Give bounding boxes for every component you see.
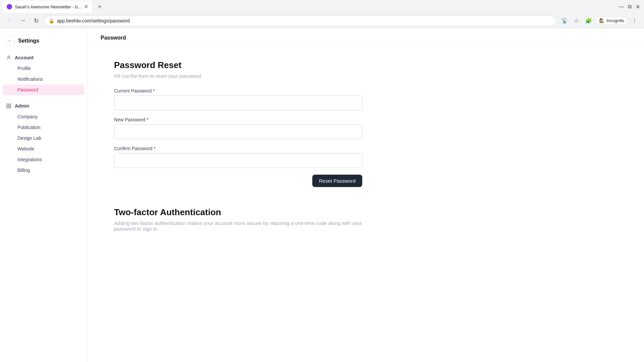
main-header: Password [87, 28, 644, 47]
svg-rect-3 [7, 106, 8, 108]
sidebar-item-profile[interactable]: Profile [3, 63, 84, 74]
admin-icon [5, 103, 12, 109]
back-arrow-icon: ← [8, 38, 12, 44]
reset-password-button-label: Reset Password [319, 178, 356, 184]
reset-button-row: Reset Password [114, 175, 362, 187]
main-body: Password Reset Fill out the form to rese… [87, 47, 389, 265]
bookmark-button[interactable]: ☆ [571, 15, 582, 26]
svg-point-0 [8, 56, 9, 58]
window-maximize-button[interactable]: ⧉ [627, 2, 633, 11]
window-close-button[interactable]: ✕ [634, 2, 641, 11]
sidebar-item-notifications[interactable]: Notifications [3, 74, 84, 84]
two-factor-title: Two-factor Authentication [114, 207, 362, 218]
browser-tab[interactable]: Sarah's Awesome Newsletter - b... ✕ [3, 1, 92, 13]
admin-section-header: Admin [0, 99, 87, 111]
reload-button[interactable]: ↻ [31, 15, 42, 26]
sidebar-item-website[interactable]: Website [3, 143, 84, 154]
incognito-indicator: 🕵️ Incognito [595, 16, 628, 25]
password-reset-subtitle: Fill out the form to reset your password… [114, 73, 362, 79]
reset-password-button[interactable]: Reset Password [312, 175, 362, 187]
svg-rect-4 [9, 106, 11, 108]
sidebar-title: Settings [18, 38, 39, 44]
cast-button[interactable]: 📡 [559, 15, 570, 26]
account-section-label: Account [15, 55, 34, 60]
browser-toolbar: ← → ↻ 🔒 app.beehiiv.com/settings/passwor… [0, 13, 644, 28]
extensions-button[interactable]: 🧩 [583, 15, 594, 26]
sidebar-item-company[interactable]: Company [3, 111, 84, 122]
sidebar-item-design-lab[interactable]: Design Lab [3, 133, 84, 143]
password-reset-title: Password Reset [114, 60, 362, 70]
tab-close-button[interactable]: ✕ [84, 4, 88, 9]
current-password-group: Current Password * [114, 88, 362, 110]
admin-section-label: Admin [15, 103, 30, 109]
sidebar-back-button[interactable]: ← [5, 36, 15, 46]
current-password-input[interactable] [114, 96, 362, 110]
sidebar-item-billing[interactable]: Billing [3, 165, 84, 176]
confirm-password-input[interactable] [114, 153, 362, 168]
current-password-label: Current Password * [114, 88, 362, 94]
account-section-header: Account [0, 51, 87, 63]
svg-rect-2 [9, 104, 11, 106]
tab-favicon [7, 4, 12, 9]
two-factor-section: Two-factor Authentication Adding two-fac… [114, 207, 362, 232]
sidebar: ← Settings Account Profile Notifications… [0, 28, 87, 362]
window-controls: — ⧉ ✕ [617, 2, 641, 11]
browser-chrome: Sarah's Awesome Newsletter - b... ✕ + — … [0, 0, 644, 28]
incognito-label: Incognito [606, 18, 624, 23]
sidebar-header: ← Settings [0, 34, 87, 51]
app-container: ← Settings Account Profile Notifications… [0, 28, 644, 362]
tab-title: Sarah's Awesome Newsletter - b... [15, 4, 81, 9]
sidebar-item-integrations[interactable]: Integrations [3, 154, 84, 165]
password-reset-section: Password Reset Fill out the form to rese… [114, 60, 362, 187]
main-content: Password Password Reset Fill out the for… [87, 28, 644, 362]
confirm-password-label: Confirm Password * [114, 146, 362, 151]
back-button[interactable]: ← [4, 15, 15, 26]
new-password-label: New Password * [114, 117, 362, 122]
page-title: Password [101, 35, 631, 41]
browser-titlebar: Sarah's Awesome Newsletter - b... ✕ + — … [0, 0, 644, 13]
lock-icon: 🔒 [49, 18, 54, 23]
two-factor-subtitle: Adding two-factor authentication makes y… [114, 220, 362, 232]
url-text: app.beehiiv.com/settings/password [57, 18, 552, 23]
window-minimize-button[interactable]: — [617, 2, 625, 11]
menu-button[interactable]: ⋮ [629, 15, 640, 26]
new-password-group: New Password * [114, 117, 362, 139]
address-bar[interactable]: 🔒 app.beehiiv.com/settings/password [44, 15, 556, 26]
incognito-icon: 🕵️ [599, 18, 604, 23]
toolbar-actions: 📡 ☆ 🧩 🕵️ Incognito ⋮ [559, 15, 640, 26]
new-password-input[interactable] [114, 124, 362, 139]
sidebar-item-publication[interactable]: Publication [3, 122, 84, 133]
forward-button[interactable]: → [17, 15, 28, 26]
account-icon [5, 54, 12, 61]
new-tab-button[interactable]: + [95, 2, 104, 11]
confirm-password-group: Confirm Password * [114, 146, 362, 168]
sidebar-item-password[interactable]: Password [3, 84, 84, 95]
svg-rect-1 [7, 104, 8, 106]
